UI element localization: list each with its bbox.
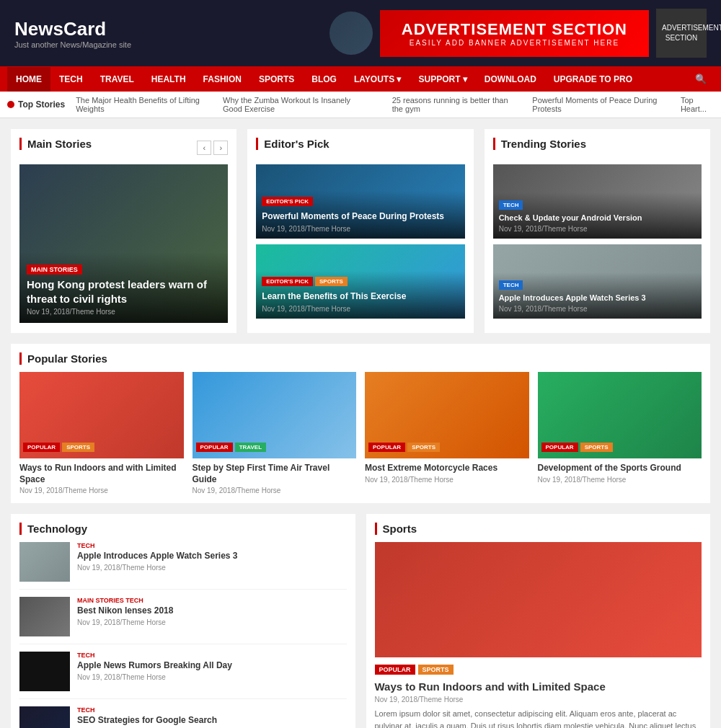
story-nav-arrows: ‹ ›	[197, 141, 228, 155]
popular-item-1[interactable]: POPULAR SPORTS Ways to Run Indoors and w…	[19, 372, 184, 494]
nav-health[interactable]: HEALTH	[143, 67, 195, 92]
popular-tag-2b: TRAVEL	[235, 443, 266, 452]
popular-meta-3: Nov 19, 2018/Theme Horse	[365, 476, 529, 484]
tech-side-item-4[interactable]: TECH SEO Strategies for Google Search No…	[19, 706, 347, 728]
trending-meta-1: Nov 19, 2018/Theme Horse	[499, 225, 696, 233]
tech-tag-1: TECH	[77, 542, 347, 549]
popular-tag-4a: POPULAR	[541, 443, 578, 452]
main-story-featured[interactable]: MAIN STORIES Hong Kong protest leaders w…	[19, 164, 228, 323]
technology-title: Technology	[19, 523, 347, 535]
nav-sports[interactable]: SPORTS	[250, 67, 303, 92]
popular-meta-2: Nov 19, 2018/Theme Horse	[193, 487, 357, 494]
tech-smeta-3: Nov 19, 2018/Theme Horse	[77, 673, 347, 681]
sports-tag-sports: SPORTS	[418, 665, 454, 675]
nav-layouts[interactable]: LAYOUTS ▾	[345, 67, 410, 92]
ad-banner[interactable]: ADVERTISEMENT SECTION EASILY ADD BANNER …	[380, 10, 649, 57]
tech-layout: TECH Apple Introduces Apple Watch Series…	[19, 542, 347, 728]
nav-home[interactable]: HOME	[7, 67, 50, 92]
trending-meta-2: Nov 19, 2018/Theme Horse	[499, 305, 696, 313]
sports-title: Sports	[375, 523, 702, 535]
main-nav: HOME TECH TRAVEL HEALTH FASHION SPORTS B…	[0, 66, 721, 92]
main-story-overlay: MAIN STORIES Hong Kong protest leaders w…	[19, 252, 228, 323]
sports-main-title: Ways to Run Indoors and with Limited Spa…	[375, 680, 702, 693]
main-story-title: Hong Kong protest leaders warn of threat…	[27, 278, 221, 306]
next-arrow[interactable]: ›	[213, 141, 228, 155]
trending-tag-2: TECH	[499, 280, 523, 290]
nav-blog[interactable]: BLOG	[303, 67, 345, 92]
editor-item-1[interactable]: EDITOR'S PICK Powerful Moments of Peace …	[256, 164, 464, 239]
world-map-icon	[329, 12, 373, 55]
trending-item-1[interactable]: TECH Check & Update your Android Version…	[493, 164, 702, 239]
ticker-items: The Major Health Benefits of Lifting Wei…	[76, 96, 714, 113]
sports-main-meta: Nov 19, 2018/Theme Horse	[375, 696, 702, 703]
trending-overlay-2: TECH Apple Introduces Apple Watch Series…	[493, 272, 702, 319]
ad-title: ADVERTISEMENT SECTION	[402, 20, 627, 39]
trending-header: Trending Stories	[493, 138, 702, 157]
popular-tag-2a: POPULAR	[196, 443, 233, 452]
nav-tech[interactable]: TECH	[50, 67, 92, 92]
editor-meta-2: Nov 19, 2018/Theme Horse	[262, 305, 459, 313]
popular-tag-1a: POPULAR	[23, 443, 60, 452]
tech-side-item-3[interactable]: TECH Apple News Rumors Breaking All Day …	[19, 652, 347, 699]
ad-subtitle: EASILY ADD BANNER ADVERTISEMENT HERE	[402, 39, 627, 47]
nav-travel[interactable]: TRAVEL	[92, 67, 143, 92]
editor-title-2: Learn the Benefits of This Exercise	[262, 291, 459, 303]
editor-meta-1: Nov 19, 2018/Theme Horse	[262, 225, 459, 233]
ticker-item: The Major Health Benefits of Lifting Wei…	[76, 96, 201, 113]
tech-info-3: TECH Apple News Rumors Breaking All Day …	[77, 652, 347, 681]
nav-fashion[interactable]: FASHION	[195, 67, 250, 92]
editor-tag-1: EDITOR'S PICK	[262, 197, 313, 206]
sports-main-tags: POPULAR SPORTS	[375, 665, 702, 678]
tech-smeta-2: Nov 19, 2018/Theme Horse	[77, 618, 347, 626]
popular-item-4[interactable]: POPULAR SPORTS Development of the Sports…	[538, 372, 702, 494]
nav-upgrade[interactable]: UPGRADE TO PRO	[545, 67, 641, 92]
popular-title-2: Step by Step First Time Air Travel Guide	[193, 463, 357, 485]
tech-info-2: MAIN STORIES TECH Best Nikon lenses 2018…	[77, 597, 347, 626]
main-stories-header: Main Stories ‹ ›	[19, 138, 228, 157]
technology-section: Technology TECH Apple Introduces Apple W…	[11, 514, 355, 728]
ticker-dot	[7, 101, 14, 108]
search-icon[interactable]: 🔍	[688, 66, 714, 92]
ticker-item: Powerful Moments of Peace During Protest…	[532, 96, 659, 113]
editors-pick-header: Editor's Pick	[256, 138, 464, 157]
popular-tag-1b: SPORTS	[62, 443, 94, 452]
editor-item-2[interactable]: EDITOR'S PICK SPORTS Learn the Benefits …	[256, 244, 464, 319]
popular-tags-4: POPULAR SPORTS	[541, 443, 613, 455]
tech-tag-4: TECH	[77, 706, 347, 714]
popular-tags-1: POPULAR SPORTS	[23, 443, 94, 455]
popular-title-3: Most Extreme Motorcycle Races	[365, 463, 529, 474]
site-tagline: Just another News/Magazine site	[14, 40, 131, 49]
top-row: Main Stories ‹ › MAIN STORIES Hong Kong …	[11, 129, 710, 333]
trending-overlay-1: TECH Check & Update your Android Version…	[493, 192, 702, 239]
tech-stitle-3: Apple News Rumors Breaking All Day	[77, 660, 347, 672]
nav-download[interactable]: DOWNLOAD	[476, 67, 545, 92]
tech-stitle-2: Best Nikon lenses 2018	[77, 605, 347, 617]
main-story-meta: Nov 19, 2018/Theme Horse	[27, 308, 221, 316]
sports-main-text: Lorem ipsum dolor sit amet, consectetur …	[375, 708, 702, 728]
ticker-item: Why the Zumba Workout Is Insanely Good E…	[223, 96, 371, 113]
tech-side-item-2[interactable]: MAIN STORIES TECH Best Nikon lenses 2018…	[19, 597, 347, 644]
trending-tag-1: TECH	[499, 200, 523, 210]
news-ticker: Top Stories The Major Health Benefits of…	[0, 92, 721, 118]
tech-thumb-4	[19, 706, 70, 728]
popular-tags-2: POPULAR TRAVEL	[196, 443, 267, 455]
popular-item-3[interactable]: POPULAR SPORTS Most Extreme Motorcycle R…	[365, 372, 529, 494]
tech-side-item-1[interactable]: TECH Apple Introduces Apple Watch Series…	[19, 542, 347, 590]
ad-label: ADVERTISEMENT SECTION	[656, 9, 707, 58]
trending-item-2[interactable]: TECH Apple Introduces Apple Watch Series…	[493, 244, 702, 319]
main-content: Main Stories ‹ › MAIN STORIES Hong Kong …	[0, 118, 721, 728]
ad-section: ADVERTISEMENT SECTION EASILY ADD BANNER …	[329, 9, 707, 58]
tech-thumb-1	[19, 542, 70, 582]
tech-side-items: TECH Apple Introduces Apple Watch Series…	[19, 542, 347, 728]
tech-thumb-3	[19, 652, 70, 691]
prev-arrow[interactable]: ‹	[197, 141, 211, 155]
ticker-label: Top Stories	[7, 99, 65, 110]
trending-title-1: Check & Update your Android Version	[499, 213, 696, 223]
nav-support[interactable]: SUPPORT ▾	[410, 67, 476, 92]
popular-item-2[interactable]: POPULAR TRAVEL Step by Step First Time A…	[193, 372, 357, 494]
logo[interactable]: NewsCard Just another News/Magazine site	[14, 18, 131, 49]
sports-main-image	[375, 542, 702, 657]
tech-stitle-1: Apple Introduces Apple Watch Series 3	[77, 551, 347, 562]
editor-overlay-2: EDITOR'S PICK SPORTS Learn the Benefits …	[256, 271, 464, 319]
popular-grid: POPULAR SPORTS Ways to Run Indoors and w…	[19, 372, 702, 494]
